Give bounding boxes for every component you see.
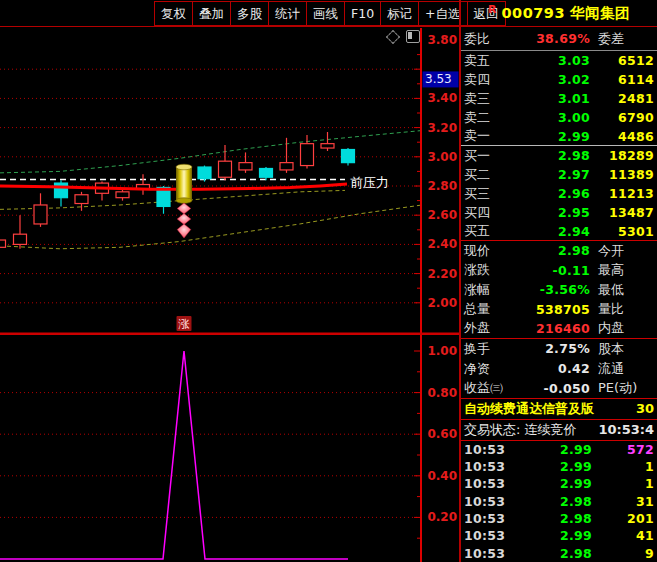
quote-value: 538705 xyxy=(510,302,590,317)
trade-status-row: 交易状态: 连续竞价 10:53:4 xyxy=(461,420,657,441)
chart-corner-icons xyxy=(386,29,422,44)
tick-time: 10:53 xyxy=(464,476,512,491)
level-price: 3.01 xyxy=(510,91,590,106)
quote-row: 涨幅-3.56%最低 xyxy=(461,280,657,300)
tick-volume: 1 xyxy=(592,459,654,474)
sub-axis-label: 0.80 xyxy=(427,386,457,400)
level-row[interactable]: 买二2.9711389 xyxy=(461,165,657,184)
level-row[interactable]: 买五2.945301 xyxy=(461,222,657,241)
sub-axis-label: 0.60 xyxy=(427,427,457,441)
quote-label: 涨跌 xyxy=(464,261,510,279)
level-row[interactable]: 买四2.9513487 xyxy=(461,203,657,222)
tick-row: 10:532.991 xyxy=(461,458,657,475)
stock-title-bar[interactable]: R 000793 华闻集团 xyxy=(461,0,657,26)
tdx-stock-screen: 复权叠加多股统计画线F10标记+自选返回 R 000793 华闻集团 涨前压力3… xyxy=(0,0,657,562)
weibi-row: 委比 38.69% 委差 xyxy=(461,27,657,51)
toolbar-button-0[interactable]: 复权 xyxy=(154,1,192,26)
level-price: 3.03 xyxy=(510,53,590,68)
quote-value: 0.42 xyxy=(522,361,590,376)
tick-time: 10:53 xyxy=(464,528,512,543)
tick-row: 10:532.991 xyxy=(461,475,657,492)
price-axis-label: 2.00 xyxy=(427,296,457,310)
ad-banner[interactable]: 自动续费通达信普及版 30 xyxy=(461,399,657,420)
stock-code: 000793 xyxy=(501,5,565,21)
quote-row: 换手2.75%股本 xyxy=(461,339,657,359)
toolbar-buttons: 复权叠加多股统计画线F10标记+自选返回 xyxy=(154,1,506,26)
annotations: 前压力 xyxy=(350,175,389,190)
trade-status-value: 连续竞价 xyxy=(525,421,577,439)
weibi-label: 委比 xyxy=(464,30,510,48)
level-label: 卖二 xyxy=(464,109,510,127)
toolbar-button-6[interactable]: 标记 xyxy=(380,1,418,26)
price-axis: 3.803.403.203.002.802.602.402.202.001.00… xyxy=(414,28,459,562)
price-axis-label: 2.80 xyxy=(427,179,457,193)
level-label: 卖三 xyxy=(464,90,510,108)
mid-band-line xyxy=(0,190,345,209)
buy-levels: 买一2.9818289买二2.9711389买三2.9611213买四2.951… xyxy=(461,146,657,241)
toolbar-button-1[interactable]: 叠加 xyxy=(192,1,230,26)
level-row[interactable]: 买一2.9818289 xyxy=(461,146,657,165)
toolbar-button-5[interactable]: F10 xyxy=(344,1,380,26)
quote-info-rows-2: 换手2.75%股本净资0.42流通收益㈢-0.050PE(动) xyxy=(461,339,657,399)
level-volume: 11213 xyxy=(590,186,654,201)
level-row[interactable]: 卖四3.026114 xyxy=(461,70,657,89)
split-window-icon[interactable] xyxy=(406,30,420,43)
level-row[interactable]: 卖二3.006790 xyxy=(461,108,657,127)
tick-volume: 9 xyxy=(592,546,654,561)
level-row[interactable]: 买三2.9611213 xyxy=(461,184,657,203)
quote-label: 换手 xyxy=(464,340,522,358)
tick-volume: 1 xyxy=(592,476,654,491)
stock-name: 华闻集团 xyxy=(570,4,630,23)
tick-time: 10:53 xyxy=(464,459,512,474)
quote-label2: 最低 xyxy=(590,281,654,299)
quote-row: 净资0.42流通 xyxy=(461,359,657,379)
tick-row: 10:532.9941 xyxy=(461,527,657,544)
quote-label2: 最高 xyxy=(590,261,654,279)
price-axis-label: 3.20 xyxy=(427,121,457,135)
quote-label: 收益㈢ xyxy=(464,379,522,397)
level-label: 卖五 xyxy=(464,52,510,70)
quote-value: -3.56% xyxy=(510,282,590,297)
diamond-marker-icon[interactable] xyxy=(386,30,400,44)
toolbar-button-3[interactable]: 统计 xyxy=(268,1,306,26)
tick-volume: 31 xyxy=(592,494,654,509)
weicha-label: 委差 xyxy=(590,30,654,48)
down-arrow-icon xyxy=(177,203,191,214)
mid-band-line xyxy=(0,190,345,209)
level-row[interactable]: 卖三3.012481 xyxy=(461,89,657,108)
price-axis-label: 3.40 xyxy=(427,91,457,105)
pressure-annotation: 前压力 xyxy=(350,175,389,190)
level-row[interactable]: 卖五3.036512 xyxy=(461,51,657,70)
level-label: 卖四 xyxy=(464,71,510,89)
toolbar-button-4[interactable]: 画线 xyxy=(306,1,344,26)
main-chart[interactable]: 涨前压力3.803.403.203.002.802.602.402.202.00… xyxy=(0,28,460,562)
tick-price: 2.99 xyxy=(512,528,592,543)
tick-time: 10:53 xyxy=(464,546,512,561)
quote-info-rows: 现价2.98今开涨跌-0.11最高涨幅-3.56%最低总量538705量比外盘2… xyxy=(461,241,657,339)
tick-row: 10:532.9831 xyxy=(461,493,657,510)
toolbar-button-2[interactable]: 多股 xyxy=(230,1,268,26)
price-axis-label: 2.60 xyxy=(427,208,457,222)
level-volume: 11389 xyxy=(590,167,654,182)
level-label: 买三 xyxy=(464,185,510,203)
level-price: 3.00 xyxy=(510,110,590,125)
quote-label2: PE(动) xyxy=(590,379,654,397)
quote-value: -0.050 xyxy=(522,381,590,396)
tick-price: 2.98 xyxy=(512,494,592,509)
lower-band-line xyxy=(0,205,422,249)
level-price: 2.94 xyxy=(510,224,590,239)
tick-time: 10:53 xyxy=(464,494,512,509)
lower-band-line xyxy=(0,205,422,249)
level-label: 卖一 xyxy=(464,127,510,145)
sub-axis-label: 1.00 xyxy=(427,344,457,358)
tick-volume: 201 xyxy=(592,511,654,526)
tick-list[interactable]: 10:532.9957210:532.99110:532.99110:532.9… xyxy=(461,441,657,562)
quote-row: 外盘216460内盘 xyxy=(461,319,657,339)
price-axis-label: 3.00 xyxy=(427,150,457,164)
level-price: 2.96 xyxy=(510,186,590,201)
level-row[interactable]: 卖一2.994486 xyxy=(461,127,657,146)
level-volume: 6512 xyxy=(590,53,654,68)
level-volume: 6114 xyxy=(590,72,654,87)
quote-value: -0.11 xyxy=(510,263,590,278)
quote-row: 总量538705量比 xyxy=(461,300,657,320)
